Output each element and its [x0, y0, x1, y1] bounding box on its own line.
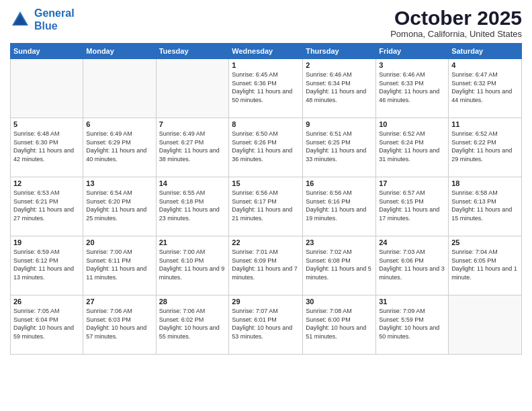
calendar-cell: 26Sunrise: 7:05 AMSunset: 6:04 PMDayligh… — [11, 295, 83, 355]
day-number: 11 — [451, 120, 519, 128]
day-info: Sunrise: 7:06 AMSunset: 6:02 PMDaylight:… — [159, 307, 226, 340]
day-info: Sunrise: 7:09 AMSunset: 5:59 PMDaylight:… — [379, 307, 445, 340]
calendar-cell: 28Sunrise: 7:06 AMSunset: 6:02 PMDayligh… — [156, 295, 229, 355]
calendar-week-row: 5Sunrise: 6:48 AMSunset: 6:30 PMDaylight… — [11, 118, 522, 177]
day-info: Sunrise: 7:05 AMSunset: 6:04 PMDaylight:… — [13, 307, 80, 340]
calendar-cell: 7Sunrise: 6:49 AMSunset: 6:27 PMDaylight… — [156, 118, 229, 177]
day-info: Sunrise: 6:56 AMSunset: 6:17 PMDaylight:… — [232, 189, 300, 222]
day-number: 16 — [306, 179, 373, 187]
day-info: Sunrise: 6:52 AMSunset: 6:24 PMDaylight:… — [379, 130, 445, 163]
weekday-header: Saturday — [449, 44, 522, 59]
logo-blue: Blue — [34, 20, 58, 32]
day-number: 18 — [451, 179, 519, 187]
day-info: Sunrise: 6:49 AMSunset: 6:27 PMDaylight:… — [159, 130, 226, 163]
day-info: Sunrise: 6:56 AMSunset: 6:16 PMDaylight:… — [306, 189, 373, 222]
day-number: 6 — [86, 120, 152, 128]
calendar-cell — [156, 59, 229, 118]
day-info: Sunrise: 6:46 AMSunset: 6:34 PMDaylight:… — [306, 71, 373, 104]
day-info: Sunrise: 7:01 AMSunset: 6:09 PMDaylight:… — [232, 248, 300, 281]
calendar-cell — [11, 59, 83, 118]
weekday-header: Sunday — [11, 44, 83, 59]
calendar-cell: 19Sunrise: 6:59 AMSunset: 6:12 PMDayligh… — [11, 236, 83, 295]
day-number: 31 — [379, 298, 445, 306]
day-number: 2 — [306, 61, 373, 69]
calendar-cell: 18Sunrise: 6:58 AMSunset: 6:13 PMDayligh… — [449, 177, 522, 236]
day-number: 21 — [159, 238, 226, 246]
calendar-week-row: 19Sunrise: 6:59 AMSunset: 6:12 PMDayligh… — [11, 236, 522, 295]
calendar-week-row: 26Sunrise: 7:05 AMSunset: 6:04 PMDayligh… — [11, 295, 522, 355]
calendar-cell: 6Sunrise: 6:49 AMSunset: 6:29 PMDaylight… — [83, 118, 156, 177]
day-number: 12 — [13, 179, 80, 187]
calendar-cell: 8Sunrise: 6:50 AMSunset: 6:26 PMDaylight… — [229, 118, 303, 177]
day-number: 27 — [86, 298, 152, 306]
calendar-cell: 20Sunrise: 7:00 AMSunset: 6:11 PMDayligh… — [83, 236, 156, 295]
day-info: Sunrise: 6:54 AMSunset: 6:20 PMDaylight:… — [86, 189, 152, 222]
day-number: 1 — [232, 61, 300, 69]
header: General Blue October 2025 Pomona, Califo… — [10, 7, 522, 39]
calendar-cell: 22Sunrise: 7:01 AMSunset: 6:09 PMDayligh… — [229, 236, 303, 295]
weekday-header: Friday — [376, 44, 449, 59]
weekday-header: Tuesday — [156, 44, 229, 59]
day-info: Sunrise: 7:08 AMSunset: 6:00 PMDaylight:… — [306, 307, 373, 340]
calendar-cell: 10Sunrise: 6:52 AMSunset: 6:24 PMDayligh… — [376, 118, 449, 177]
day-info: Sunrise: 7:02 AMSunset: 6:08 PMDaylight:… — [306, 248, 373, 281]
calendar-cell: 24Sunrise: 7:03 AMSunset: 6:06 PMDayligh… — [376, 236, 449, 295]
calendar-cell: 29Sunrise: 7:07 AMSunset: 6:01 PMDayligh… — [229, 295, 303, 355]
day-info: Sunrise: 7:07 AMSunset: 6:01 PMDaylight:… — [232, 307, 300, 340]
calendar-cell: 9Sunrise: 6:51 AMSunset: 6:25 PMDaylight… — [303, 118, 376, 177]
calendar-cell: 23Sunrise: 7:02 AMSunset: 6:08 PMDayligh… — [303, 236, 376, 295]
day-number: 13 — [86, 179, 152, 187]
calendar-week-row: 12Sunrise: 6:53 AMSunset: 6:21 PMDayligh… — [11, 177, 522, 236]
day-number: 14 — [159, 179, 226, 187]
day-number: 20 — [86, 238, 152, 246]
logo-text: General Blue — [34, 7, 75, 32]
day-info: Sunrise: 7:04 AMSunset: 6:05 PMDaylight:… — [451, 248, 519, 281]
calendar-cell: 2Sunrise: 6:46 AMSunset: 6:34 PMDaylight… — [303, 59, 376, 118]
calendar-cell: 4Sunrise: 6:47 AMSunset: 6:32 PMDaylight… — [449, 59, 522, 118]
day-info: Sunrise: 7:00 AMSunset: 6:11 PMDaylight:… — [86, 248, 152, 281]
day-info: Sunrise: 6:52 AMSunset: 6:22 PMDaylight:… — [451, 130, 519, 163]
day-info: Sunrise: 6:48 AMSunset: 6:30 PMDaylight:… — [13, 130, 80, 163]
day-info: Sunrise: 7:03 AMSunset: 6:06 PMDaylight:… — [379, 248, 445, 281]
day-info: Sunrise: 6:55 AMSunset: 6:18 PMDaylight:… — [159, 189, 226, 222]
calendar-cell: 1Sunrise: 6:45 AMSunset: 6:36 PMDaylight… — [229, 59, 303, 118]
calendar-cell: 5Sunrise: 6:48 AMSunset: 6:30 PMDaylight… — [11, 118, 83, 177]
weekday-header: Thursday — [303, 44, 376, 59]
day-info: Sunrise: 7:06 AMSunset: 6:03 PMDaylight:… — [86, 307, 152, 340]
calendar-cell: 30Sunrise: 7:08 AMSunset: 6:00 PMDayligh… — [303, 295, 376, 355]
calendar-cell: 3Sunrise: 6:46 AMSunset: 6:33 PMDaylight… — [376, 59, 449, 118]
title-section: October 2025 Pomona, California, United … — [390, 7, 522, 39]
day-number: 8 — [232, 120, 300, 128]
day-number: 17 — [379, 179, 445, 187]
day-info: Sunrise: 6:57 AMSunset: 6:15 PMDaylight:… — [379, 189, 445, 222]
calendar-cell: 16Sunrise: 6:56 AMSunset: 6:16 PMDayligh… — [303, 177, 376, 236]
day-number: 25 — [451, 238, 519, 246]
calendar-cell: 15Sunrise: 6:56 AMSunset: 6:17 PMDayligh… — [229, 177, 303, 236]
day-number: 22 — [232, 238, 300, 246]
calendar-cell: 31Sunrise: 7:09 AMSunset: 5:59 PMDayligh… — [376, 295, 449, 355]
day-info: Sunrise: 6:59 AMSunset: 6:12 PMDaylight:… — [13, 248, 80, 281]
month-title: October 2025 — [390, 7, 522, 29]
day-number: 7 — [159, 120, 226, 128]
day-number: 29 — [232, 298, 300, 306]
logo-general: General — [34, 7, 75, 19]
calendar-week-row: 1Sunrise: 6:45 AMSunset: 6:36 PMDaylight… — [11, 59, 522, 118]
day-number: 5 — [13, 120, 80, 128]
calendar-cell — [83, 59, 156, 118]
day-info: Sunrise: 6:47 AMSunset: 6:32 PMDaylight:… — [451, 71, 519, 104]
day-info: Sunrise: 7:00 AMSunset: 6:10 PMDaylight:… — [159, 248, 226, 281]
day-number: 30 — [306, 298, 373, 306]
calendar-cell: 12Sunrise: 6:53 AMSunset: 6:21 PMDayligh… — [11, 177, 83, 236]
calendar-cell: 21Sunrise: 7:00 AMSunset: 6:10 PMDayligh… — [156, 236, 229, 295]
day-number: 28 — [159, 298, 226, 306]
day-number: 9 — [306, 120, 373, 128]
calendar-cell: 11Sunrise: 6:52 AMSunset: 6:22 PMDayligh… — [449, 118, 522, 177]
day-info: Sunrise: 6:50 AMSunset: 6:26 PMDaylight:… — [232, 130, 300, 163]
calendar-table: SundayMondayTuesdayWednesdayThursdayFrid… — [10, 43, 522, 355]
calendar-cell: 13Sunrise: 6:54 AMSunset: 6:20 PMDayligh… — [83, 177, 156, 236]
weekday-header: Wednesday — [229, 44, 303, 59]
day-number: 19 — [13, 238, 80, 246]
day-number: 15 — [232, 179, 300, 187]
logo: General Blue — [10, 7, 75, 32]
calendar-header-row: SundayMondayTuesdayWednesdayThursdayFrid… — [11, 44, 522, 59]
